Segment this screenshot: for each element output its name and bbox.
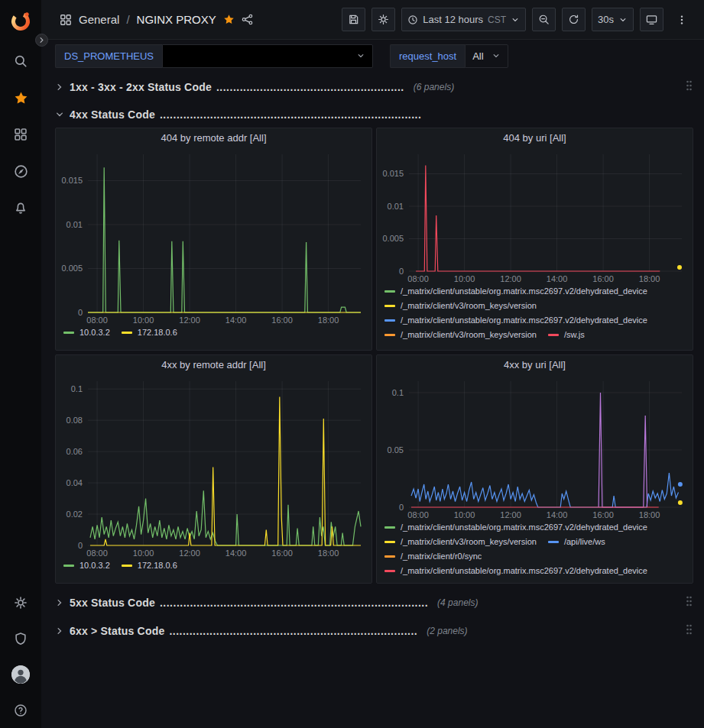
dashboard-settings-button[interactable] [371,8,395,31]
share-icon [242,14,253,25]
series-color-swatch [384,290,395,293]
shield-icon [14,632,28,645]
dashboard-navbar: General / NGINX PROXY [41,0,704,40]
legend-label: 10.0.3.2 [79,327,110,338]
svg-text:10:00: 10:00 [133,315,154,325]
panel-title[interactable]: 404 by remote addr [All] [56,128,371,148]
legend-item[interactable]: 172.18.0.6 [122,560,177,571]
row-panel-count: (4 panels) [437,597,478,608]
explore-button[interactable] [0,153,41,189]
time-series-chart-4xx-remote-addr[interactable]: 08:0010:0012:0014:0016:0018:0000.020.040… [56,375,371,558]
breadcrumb: General / NGINX PROXY [60,13,253,26]
configuration-button[interactable] [0,584,41,620]
chart-legend: 10.0.3.2172.18.0.6 [56,325,371,350]
time-series-chart-404-uri[interactable]: 08:0010:0012:0014:0016:0018:0000.0050.01… [377,148,693,284]
svg-text:0.01: 0.01 [67,220,83,229]
sidebar-collapse-button[interactable] [35,34,48,47]
row-4xx-status-code[interactable]: 4xx Status Code ........................… [55,104,693,125]
legend-label: /sw.js [564,329,585,341]
series-color-swatch [384,305,395,307]
breadcrumb-folder[interactable]: General [79,13,119,26]
series-color-swatch [63,332,74,334]
variable-select-request-host[interactable]: All [465,44,508,68]
series-color-swatch [63,565,74,567]
dashboards-button[interactable] [0,116,41,153]
star-icon [223,14,235,25]
more-options-button[interactable] [670,8,693,31]
series-color-swatch [548,334,559,336]
svg-text:14:00: 14:00 [225,548,247,558]
save-dashboard-button[interactable] [342,8,365,31]
chart-legend: /_matrix/client/unstable/org.matrix.msc2… [377,284,693,350]
row-drag-handle-icon[interactable] [685,623,693,638]
svg-text:12:00: 12:00 [500,274,521,283]
series-color-swatch [384,555,395,558]
breadcrumb-separator: / [126,13,129,26]
time-range-picker[interactable]: Last 12 hours CST [401,8,526,31]
legend-item[interactable]: 10.0.3.2 [63,560,110,571]
svg-text:0.005: 0.005 [61,264,83,273]
help-button[interactable] [0,692,41,728]
grafana-logo[interactable] [0,8,41,34]
svg-text:0.04: 0.04 [67,478,83,487]
time-series-chart-404-remote-addr[interactable]: 08:0010:0012:0014:0016:0018:0000.0050.01… [56,148,371,325]
variable-value-request-host: All [472,50,483,62]
svg-text:0: 0 [399,267,404,276]
legend-item[interactable]: /_matrix/client/v3/room_keys/version [384,536,537,548]
server-admin-button[interactable] [0,620,41,656]
legend-item[interactable]: /_matrix/client/r0/sync [384,551,482,562]
legend-item[interactable]: /_matrix/client/unstable/org.matrix.msc2… [384,565,647,577]
panel-title[interactable]: 4xx by remote addr [All] [56,355,371,375]
svg-text:18:00: 18:00 [639,510,660,519]
zoom-out-time-button[interactable] [532,8,556,31]
row-title-dots: ........................................… [160,108,421,121]
series-color-swatch [384,541,395,543]
legend-item[interactable]: /_matrix/client/v3/room_keys/version [384,329,537,341]
panel-4xx-by-uri: 4xx by uri [All] 08:0010:0012:0014:0016:… [376,354,693,584]
legend-item[interactable]: 10.0.3.2 [63,327,110,338]
legend-item[interactable]: /_matrix/client/unstable/org.matrix.msc2… [384,286,647,297]
legend-label: /api/live/ws [564,536,605,548]
apps-grid-icon[interactable] [60,14,72,26]
legend-item[interactable]: /_matrix/client/unstable/org.matrix.msc2… [384,522,647,533]
panel-404-by-remote-addr: 404 by remote addr [All] 08:0010:0012:00… [55,128,372,351]
favorite-star-button[interactable] [223,14,235,25]
side-menu-bottom [0,584,41,728]
legend-label: /_matrix/client/v3/room_keys/version [401,300,537,312]
row-drag-handle-icon[interactable] [685,595,693,610]
svg-text:14:00: 14:00 [225,315,247,325]
legend-item[interactable]: /_matrix/client/v3/room_keys/version [384,300,537,312]
row-6xx-status-code[interactable]: 6xx > Status Code ......................… [55,620,693,641]
search-button[interactable] [0,43,41,79]
row-5xx-status-code[interactable]: 5xx Status Code ........................… [55,592,693,613]
svg-text:0.01: 0.01 [388,202,404,211]
refresh-interval-dropdown[interactable]: 30s [592,8,634,31]
time-series-chart-4xx-uri[interactable]: 08:0010:0012:0014:0016:0018:0000.050.1 [377,375,693,520]
row-drag-handle-icon[interactable] [685,79,693,94]
panel-title[interactable]: 404 by uri [All] [377,128,693,148]
variable-select-ds[interactable] [162,44,373,68]
legend-label: /_matrix/client/v3/room_keys/version [401,536,537,548]
grafana-logo-icon [9,9,32,32]
svg-text:18:00: 18:00 [318,548,339,558]
starred-dashboards-button[interactable] [0,79,41,116]
svg-text:10:00: 10:00 [133,548,154,558]
cycle-view-mode-button[interactable] [640,8,663,31]
legend-item[interactable]: /api/live/ws [548,536,605,548]
chevron-right-icon [38,37,45,44]
svg-text:12:00: 12:00 [179,548,200,558]
panel-title[interactable]: 4xx by uri [All] [377,355,693,375]
legend-item[interactable]: /_matrix/client/unstable/org.matrix.msc2… [384,315,647,326]
star-icon [14,91,28,105]
share-dashboard-button[interactable] [242,14,253,25]
bell-icon [14,201,28,215]
legend-item[interactable]: 172.18.0.6 [122,327,177,338]
legend-label: /_matrix/client/unstable/org.matrix.msc2… [401,565,647,577]
svg-text:16:00: 16:00 [271,315,293,325]
profile-button[interactable] [0,656,41,692]
alerting-button[interactable] [0,189,41,226]
legend-item[interactable]: /sw.js [548,329,585,341]
refresh-button[interactable] [562,8,586,31]
row-1xx-3xx-2xx-status-code[interactable]: 1xx - 3xx - 2xx Status Code ............… [55,76,693,97]
monitor-icon [646,14,657,25]
